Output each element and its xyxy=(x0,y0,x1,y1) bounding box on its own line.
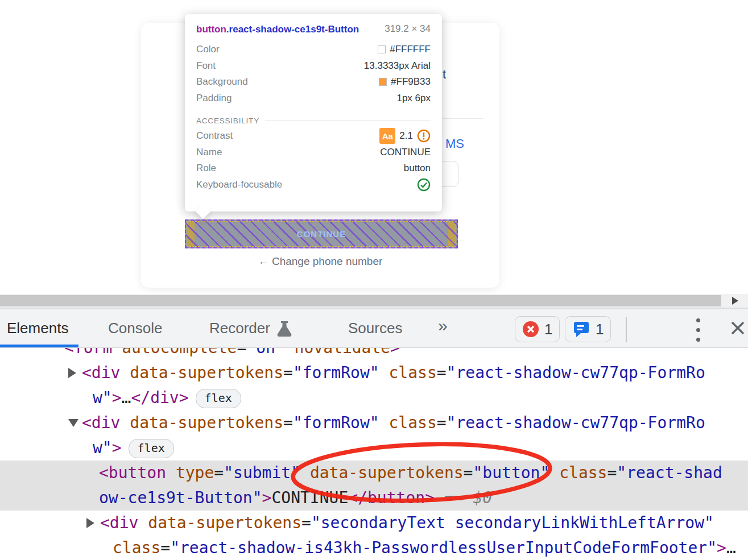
code-token: data-supertokens xyxy=(130,413,283,432)
role-label: Role xyxy=(196,163,216,174)
more-tabs-chevron[interactable]: » xyxy=(438,316,448,335)
code-token: = xyxy=(237,348,246,357)
change-phone-number-link[interactable]: ← Change phone number xyxy=(141,255,499,268)
triangle xyxy=(86,518,94,528)
code-token: == $0 xyxy=(435,488,492,507)
flex-layout-badge[interactable]: flex xyxy=(196,389,241,408)
dom-tree: <form autocomplete="on" novalidate><div … xyxy=(0,348,748,560)
close-devtools-icon[interactable] xyxy=(728,318,747,338)
expand-arrow-icon[interactable] xyxy=(86,511,100,536)
code-token: button xyxy=(109,463,166,482)
role-row: Role button xyxy=(196,160,431,177)
dom-node[interactable]: <div data-supertokens="formRow" class="r… xyxy=(0,360,748,385)
triangle xyxy=(68,368,76,378)
code-token xyxy=(379,363,389,382)
code-token: = xyxy=(301,513,311,532)
inspect-tooltip: button.react-shadow-ce1s9t-Button 319.2 … xyxy=(185,14,442,211)
code-token: w" xyxy=(93,388,112,407)
contrast-label: Contrast xyxy=(196,130,233,142)
tab-elements[interactable]: Elements xyxy=(7,309,68,347)
row-value: #FFFFFF xyxy=(378,44,431,55)
dom-node[interactable]: <form autocomplete="on" novalidate> xyxy=(0,348,748,360)
code-token: "react-shad xyxy=(617,463,722,482)
continue-button-inspect-highlight[interactable]: CONTINUE xyxy=(185,219,458,248)
dom-node[interactable]: <div data-supertokens="secondaryText sec… xyxy=(0,511,748,536)
contrast-aa-badge: Aa xyxy=(379,128,395,144)
flask-icon xyxy=(276,320,293,337)
resend-sms-link-fragment[interactable]: MS xyxy=(445,136,464,151)
tooltip-accessibility-header: ACCESSIBILITY xyxy=(196,113,431,128)
expand-arrow-icon[interactable] xyxy=(68,360,82,385)
code-token: div xyxy=(150,388,179,407)
tooltip-row-background: Background#FF9B33 xyxy=(196,74,431,90)
code-token: = xyxy=(283,363,293,382)
horizontal-scrollbar[interactable] xyxy=(0,294,748,308)
code-token: div xyxy=(110,513,139,532)
error-count: 1 xyxy=(544,321,552,338)
contrast-row: Contrast Aa 2.1 xyxy=(196,128,431,144)
console-errors-badge[interactable]: 1 xyxy=(515,316,560,342)
tooltip-dimensions: 319.2 × 34 xyxy=(385,22,431,37)
code-token: class xyxy=(389,363,436,382)
tab-sources[interactable]: Sources xyxy=(348,309,402,347)
tab-label: Elements xyxy=(7,320,68,337)
code-token: "submit" xyxy=(224,463,300,482)
code-token: data-supertokens xyxy=(148,513,301,532)
color-swatch xyxy=(378,45,386,53)
accessibility-divider xyxy=(265,121,431,121)
tooltip-style-rows: Color#FFFFFFFont13.3333px ArialBackgroun… xyxy=(196,42,431,106)
dom-node[interactable]: w">…</div>flex xyxy=(0,385,748,410)
tooltip-row-font: Font13.3333px Arial xyxy=(196,58,431,74)
tab-label: Sources xyxy=(348,320,402,337)
scroll-right-icon xyxy=(732,297,738,305)
code-token: "on" xyxy=(246,348,284,357)
screenshot-root: t MS CONTINUE ← Change phone number butt… xyxy=(0,0,748,560)
flex-layout-badge[interactable]: flex xyxy=(129,439,174,458)
dom-node[interactable]: w">flex xyxy=(0,435,748,461)
code-token: > xyxy=(425,488,435,507)
code-token: < xyxy=(82,413,92,432)
dom-node[interactable]: <div data-supertokens="formRow" class="r… xyxy=(0,410,748,435)
code-token: "react-shadow-cw77qp-FormRo xyxy=(447,363,705,382)
code-token: "formRow" xyxy=(293,413,379,432)
tooltip-element-title: button.react-shadow-ce1s9t-Button xyxy=(196,22,381,37)
code-token: "secondaryText secondaryLinkWithLeftArro… xyxy=(311,513,714,532)
triangle xyxy=(68,419,78,427)
row-value: 1px 6px xyxy=(396,93,431,104)
code-token: data-supertokens xyxy=(310,463,464,482)
code-token: form xyxy=(74,348,112,357)
code-token: < xyxy=(64,348,74,357)
kebab-menu-icon[interactable] xyxy=(695,318,701,347)
tab-recorder[interactable]: Recorder xyxy=(209,309,293,347)
dom-node-selected[interactable]: ow-ce1s9t-Button">CONTINUE</button> == $… xyxy=(0,486,748,511)
keyboard-focusable-label: Keyboard-focusable xyxy=(196,179,282,190)
dom-node[interactable]: class="react-shadow-is43kh-PasswordlessU… xyxy=(0,536,748,560)
name-row: Name CONTINUE xyxy=(196,144,431,161)
code-token: < xyxy=(99,463,109,482)
code-token xyxy=(166,463,176,482)
collapse-arrow-icon[interactable] xyxy=(68,410,82,435)
keyboard-focusable-row: Keyboard-focusable xyxy=(196,177,431,193)
dom-node-selected[interactable]: <button type="submit" data-supertokens="… xyxy=(0,461,748,486)
scrollbar-right-button[interactable] xyxy=(722,294,748,308)
scrollbar-thumb[interactable] xyxy=(0,295,721,306)
code-token xyxy=(120,413,130,432)
tooltip-tag-name: button xyxy=(196,24,226,35)
code-token: novalidate xyxy=(295,348,391,357)
keyboard-focusable-check-icon xyxy=(417,178,431,192)
code-token xyxy=(138,513,148,532)
active-tab-underline xyxy=(0,345,78,347)
tab-label: Recorder xyxy=(209,320,270,337)
code-token: "formRow" xyxy=(293,363,379,382)
code-token: = xyxy=(160,538,170,557)
devtools-toolbar: ElementsConsoleRecorderSources » 1 1 xyxy=(0,309,748,348)
contrast-warning-icon xyxy=(417,129,431,143)
row-value: 13.3333px Arial xyxy=(364,60,431,72)
issues-count: 1 xyxy=(596,321,604,338)
elements-panel: <form autocomplete="on" novalidate><div … xyxy=(0,348,748,560)
issues-badge[interactable]: 1 xyxy=(565,316,611,342)
color-swatch xyxy=(379,78,387,86)
tab-console[interactable]: Console xyxy=(108,309,162,347)
continue-button-label: CONTINUE xyxy=(186,221,457,247)
code-token: </ xyxy=(131,388,150,407)
